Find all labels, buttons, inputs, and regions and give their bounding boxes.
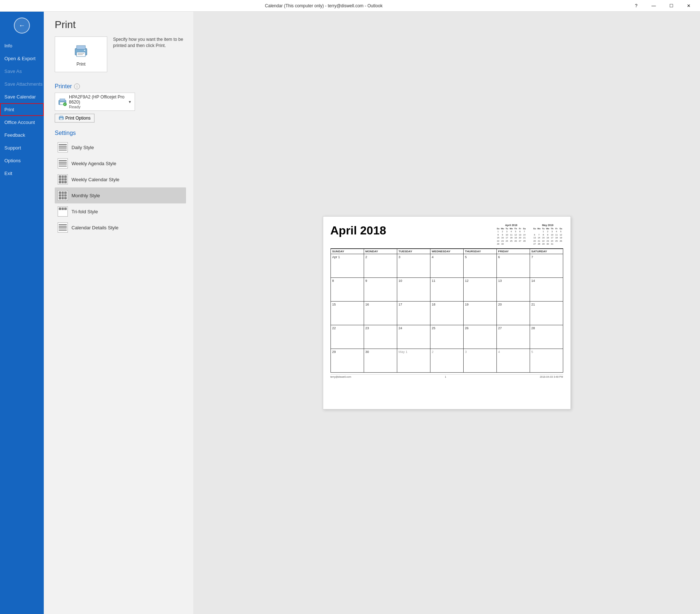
settings-item-monthly[interactable]: Monthly Style <box>55 187 186 203</box>
settings-item-weekly-agenda[interactable]: Weekly Agenda Style <box>55 155 186 171</box>
print-icon-box: Print <box>55 36 107 72</box>
settings-list: Daily StyleWeekly Agenda StyleWeekly Cal… <box>55 139 186 236</box>
preview-area: April 2018 April 2018SuMoTuWeThFrSa12345… <box>193 12 700 614</box>
calendar-cell: 20 <box>497 302 530 325</box>
sidebar-item-save-attachments: Save Attachments <box>0 78 44 90</box>
titlebar: Calendar (This computer only) - terry@di… <box>0 0 700 12</box>
sidebar-item-exit[interactable]: Exit <box>0 167 44 180</box>
footer-page: 1 <box>445 376 446 378</box>
sidebar-item-support[interactable]: Support <box>0 141 44 154</box>
calendar-cell: 4 <box>497 349 530 373</box>
calendar-cell: 11 <box>430 278 464 302</box>
calendar-cell: 24 <box>397 325 430 349</box>
settings-label-monthly: Monthly Style <box>71 193 100 198</box>
calendar-grid: Apr 123456789101112131415161718192021222… <box>330 254 563 373</box>
settings-icon-weekly-agenda <box>58 158 68 168</box>
settings-item-calendar-details[interactable]: Calendar Details Style <box>55 219 186 236</box>
calendar-cell: 22 <box>331 325 364 349</box>
calendar-cell: 14 <box>530 278 563 302</box>
sidebar-item-feedback[interactable]: Feedback <box>0 129 44 141</box>
back-button[interactable]: ← <box>14 18 30 34</box>
calendar-cell: 6 <box>497 254 530 278</box>
svg-rect-3 <box>78 53 84 54</box>
calendar-cell: 5 <box>530 349 563 373</box>
sidebar-item-save-as: Save As <box>0 65 44 78</box>
mini-months: April 2018SuMoTuWeThFrSa1234567891011121… <box>496 224 563 245</box>
calendar-cell: 26 <box>464 325 497 349</box>
sidebar-item-print[interactable]: Print <box>0 103 44 116</box>
calendar-month-title: April 2018 <box>330 224 386 237</box>
calendar-cell: 16 <box>364 302 397 325</box>
calendar-cell: 30 <box>364 349 397 373</box>
minimize-button[interactable]: — <box>645 0 662 12</box>
main-content: Print Print Specify h <box>44 12 700 614</box>
calendar-cell: 2 <box>364 254 397 278</box>
calendar-cell: 25 <box>430 325 464 349</box>
day-header-wednesday: WEDNESDAY <box>430 249 464 254</box>
settings-label-weekly-calendar: Weekly Calendar Style <box>71 177 119 182</box>
calendar-cell: 12 <box>464 278 497 302</box>
ready-check-icon: ✓ <box>63 102 67 106</box>
print-options-label: Print Options <box>65 116 90 121</box>
settings-section-title: Settings <box>55 130 186 136</box>
day-header-thursday: THURSDAY <box>464 249 497 254</box>
day-header-friday: FRIDAY <box>497 249 530 254</box>
sidebar-item-open-export[interactable]: Open & Export <box>0 52 44 65</box>
mini-mini_april: April 2018SuMoTuWeThFrSa1234567891011121… <box>496 224 527 245</box>
sidebar-item-info[interactable]: Info <box>0 39 44 52</box>
settings-label-calendar-details: Calendar Details Style <box>71 225 119 230</box>
settings-label-trifold: Tri-fold Style <box>71 209 98 214</box>
sidebar-item-office-account[interactable]: Office Account <box>0 116 44 129</box>
printer-icon <box>72 42 90 59</box>
back-icon: ← <box>19 22 25 30</box>
calendar-cell: 23 <box>364 325 397 349</box>
calendar-header: April 2018 April 2018SuMoTuWeThFrSa12345… <box>330 224 563 249</box>
print-options-button[interactable]: Print Options <box>55 114 94 123</box>
mini-mini_may: May 2018SuMoTuWeThFrSa123456789101112131… <box>533 224 563 245</box>
info-icon[interactable]: i <box>74 83 80 89</box>
settings-item-trifold[interactable]: Tri-fold Style <box>55 203 186 219</box>
calendar-cell: 5 <box>464 254 497 278</box>
printer-status: Ready <box>69 105 126 109</box>
calendar-day-headers: SUNDAYMONDAYTUESDAYWEDNESDAYTHURSDAYFRID… <box>330 249 563 254</box>
help-button[interactable]: ? <box>628 0 645 12</box>
settings-icon-weekly-calendar <box>58 174 68 184</box>
calendar-cell: 28 <box>530 325 563 349</box>
calendar-cell: 3 <box>397 254 430 278</box>
close-button[interactable]: ✕ <box>680 0 697 12</box>
sidebar-item-save-calendar[interactable]: Save Calendar <box>0 90 44 103</box>
settings-icon-calendar-details <box>58 222 68 233</box>
calendar-cell: 29 <box>331 349 364 373</box>
maximize-button[interactable]: ☐ <box>663 0 680 12</box>
sidebar-item-options[interactable]: Options <box>0 154 44 167</box>
calendar-cell: 10 <box>397 278 430 302</box>
calendar-cell: 3 <box>464 349 497 373</box>
printer-dropdown[interactable]: ✓ HPA2F9A2 (HP Officejet Pro 8620) Ready… <box>55 93 135 111</box>
svg-rect-1 <box>77 46 85 49</box>
settings-item-weekly-calendar[interactable]: Weekly Calendar Style <box>55 171 186 187</box>
titlebar-title: Calendar (This computer only) - terry@di… <box>20 3 628 8</box>
calendar-cell: 13 <box>497 278 530 302</box>
app-body: ← InfoOpen & ExportSave AsSave Attachmen… <box>0 12 700 614</box>
svg-rect-11 <box>60 118 63 120</box>
settings-icon-daily <box>58 142 68 152</box>
calendar-cell: 9 <box>364 278 397 302</box>
calendar-footer: terry@diswell.com 1 2018-04-03 3:48 PM <box>330 374 563 378</box>
calendar-cell: May 1 <box>397 349 430 373</box>
calendar-preview: April 2018 April 2018SuMoTuWeThFrSa12345… <box>323 216 571 409</box>
calendar-cell: 17 <box>397 302 430 325</box>
calendar-cell: 2 <box>430 349 464 373</box>
footer-timestamp: 2018-04-03 3:48 PM <box>540 376 563 378</box>
settings-label-weekly-agenda: Weekly Agenda Style <box>71 161 116 166</box>
calendar-cell: 7 <box>530 254 563 278</box>
printer-status-icon: ✓ <box>58 97 67 106</box>
settings-item-daily[interactable]: Daily Style <box>55 139 186 155</box>
print-panel: Print Print Specify h <box>44 12 193 614</box>
calendar-cell: 19 <box>464 302 497 325</box>
day-header-tuesday: TUESDAY <box>397 249 430 254</box>
print-description: Specify how you want the item to be prin… <box>113 36 186 49</box>
calendar-cell: 4 <box>430 254 464 278</box>
calendar-cell: 18 <box>430 302 464 325</box>
svg-point-5 <box>84 50 85 51</box>
day-header-sunday: SUNDAY <box>331 249 364 254</box>
